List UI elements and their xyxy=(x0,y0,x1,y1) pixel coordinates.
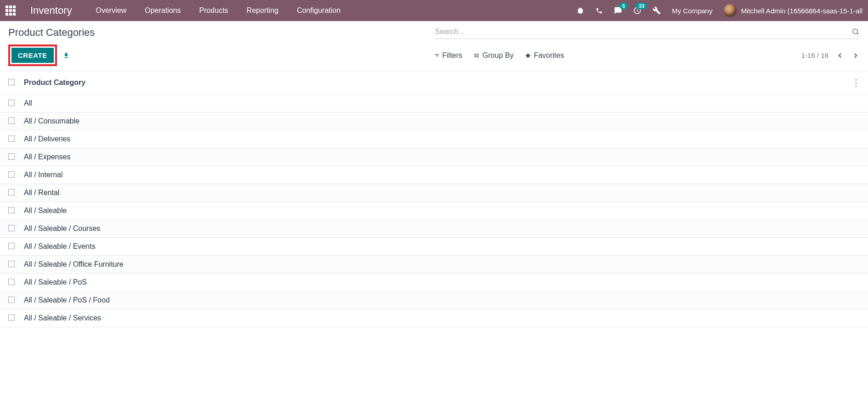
row-name: All / Saleable / Courses xyxy=(24,224,100,233)
nav-item-reporting[interactable]: Reporting xyxy=(247,6,278,15)
phone-icon[interactable] xyxy=(596,7,603,14)
user-menu[interactable]: Mitchell Admin (16566864-saas-15-1-all xyxy=(724,4,862,17)
row-checkbox[interactable] xyxy=(8,225,15,231)
svg-point-0 xyxy=(853,29,858,34)
row-name: All / Internal xyxy=(24,171,62,179)
page-title: Product Categories xyxy=(8,27,95,39)
row-name: All xyxy=(24,99,32,107)
table-row[interactable]: All / Saleable / PoS / Food xyxy=(0,291,868,309)
row-name: All / Saleable / Services xyxy=(24,314,101,322)
activities-badge: 33 xyxy=(636,3,647,9)
row-name: All / Expenses xyxy=(24,153,70,161)
nav-item-configuration[interactable]: Configuration xyxy=(297,6,340,15)
table-row[interactable]: All / Saleable / Events xyxy=(0,238,868,256)
cp-bottom-left: CREATE xyxy=(8,45,70,66)
apps-icon[interactable] xyxy=(6,6,16,16)
table-row[interactable]: All / Rental xyxy=(0,184,868,202)
export-icon[interactable] xyxy=(62,52,70,59)
row-checkbox[interactable] xyxy=(8,261,15,267)
groupby-button[interactable]: Group By xyxy=(473,51,514,60)
row-checkbox[interactable] xyxy=(8,135,15,142)
table-row[interactable]: All / Saleable / PoS xyxy=(0,274,868,291)
filter-icon xyxy=(434,53,440,58)
pager-group: 1-16 / 16 xyxy=(801,51,860,60)
row-name: All / Saleable xyxy=(24,207,67,215)
table-row[interactable]: All / Deliveries xyxy=(0,130,868,148)
row-name: All / Saleable / Office Furniture xyxy=(24,260,124,269)
row-checkbox[interactable] xyxy=(8,100,15,106)
filters-label: Filters xyxy=(443,51,463,60)
pager-prev[interactable] xyxy=(836,51,844,60)
groupby-icon xyxy=(473,52,480,59)
row-checkbox[interactable] xyxy=(8,207,15,213)
row-name: All / Saleable / PoS xyxy=(24,278,87,286)
cp-bottom-right: Filters Group By Favorites 1-16 / 16 xyxy=(434,51,860,60)
pager-next[interactable] xyxy=(851,51,860,60)
pager-text: 1-16 / 16 xyxy=(801,51,828,59)
avatar xyxy=(724,4,737,17)
row-checkbox[interactable] xyxy=(8,153,15,160)
debug-icon[interactable] xyxy=(576,6,584,15)
company-selector[interactable]: My Company xyxy=(672,7,712,15)
table-row[interactable]: All / Saleable / Courses xyxy=(0,220,868,238)
row-checkbox[interactable] xyxy=(8,297,15,303)
filters-button[interactable]: Filters xyxy=(434,51,463,60)
navbar-right: 5 33 My Company Mitchell Admin (16566864… xyxy=(576,4,862,17)
table-row[interactable]: All / Consumable xyxy=(0,112,868,130)
messages-icon[interactable]: 5 xyxy=(614,6,622,15)
nav-item-operations[interactable]: Operations xyxy=(145,6,181,15)
row-name: All / Rental xyxy=(24,189,59,197)
favorites-label: Favorites xyxy=(534,51,564,60)
favorites-button[interactable]: Favorites xyxy=(525,51,564,60)
row-checkbox[interactable] xyxy=(8,118,15,124)
tools-icon[interactable] xyxy=(652,6,661,15)
chevron-right-icon xyxy=(851,51,860,60)
search-icon[interactable] xyxy=(851,28,860,36)
cp-bottom: CREATE Filters Group By Favorites xyxy=(8,45,860,71)
row-checkbox[interactable] xyxy=(8,243,15,249)
filter-group: Filters Group By Favorites xyxy=(434,51,564,60)
user-name: Mitchell Admin (16566864-saas-15-1-all xyxy=(741,7,862,15)
chevron-left-icon xyxy=(836,51,844,60)
list-body: AllAll / ConsumableAll / DeliveriesAll /… xyxy=(0,95,868,327)
row-name: All / Saleable / PoS / Food xyxy=(24,296,110,304)
groupby-label: Group By xyxy=(482,51,514,60)
list-header: Product Category ⋮ xyxy=(0,71,868,95)
table-row[interactable]: All / Saleable / Services xyxy=(0,309,868,327)
table-row[interactable]: All xyxy=(0,95,868,112)
column-options-icon[interactable]: ⋮ xyxy=(852,78,860,88)
table-row[interactable]: All / Saleable / Office Furniture xyxy=(0,256,868,274)
row-checkbox[interactable] xyxy=(8,314,15,321)
nav-menu: Overview Operations Products Reporting C… xyxy=(96,6,341,15)
table-row[interactable]: All / Saleable xyxy=(0,202,868,220)
create-highlight: CREATE xyxy=(8,45,57,66)
row-checkbox[interactable] xyxy=(8,171,15,178)
star-icon xyxy=(525,52,531,59)
table-row[interactable]: All / Expenses xyxy=(0,148,868,166)
select-all-checkbox[interactable] xyxy=(8,79,15,85)
nav-item-overview[interactable]: Overview xyxy=(96,6,127,15)
main-navbar: Inventory Overview Operations Products R… xyxy=(0,0,868,21)
app-brand[interactable]: Inventory xyxy=(30,5,72,17)
row-name: All / Consumable xyxy=(24,117,79,125)
row-checkbox[interactable] xyxy=(8,189,15,196)
table-row[interactable]: All / Internal xyxy=(0,166,868,184)
navbar-left: Inventory Overview Operations Products R… xyxy=(6,5,340,17)
nav-item-products[interactable]: Products xyxy=(199,6,228,15)
control-panel: Product Categories CREATE Filters xyxy=(0,21,868,71)
activities-icon[interactable]: 33 xyxy=(633,6,641,15)
create-button[interactable]: CREATE xyxy=(11,48,54,63)
cp-top: Product Categories xyxy=(8,26,860,39)
list-view: Product Category ⋮ AllAll / ConsumableAl… xyxy=(0,71,868,327)
column-header-name[interactable]: Product Category xyxy=(24,78,85,87)
search-container xyxy=(434,26,860,39)
svg-line-1 xyxy=(857,33,858,34)
row-name: All / Deliveries xyxy=(24,135,70,143)
row-name: All / Saleable / Events xyxy=(24,242,96,251)
row-checkbox[interactable] xyxy=(8,279,15,285)
messages-badge: 5 xyxy=(619,3,628,9)
search-input[interactable] xyxy=(434,26,852,38)
